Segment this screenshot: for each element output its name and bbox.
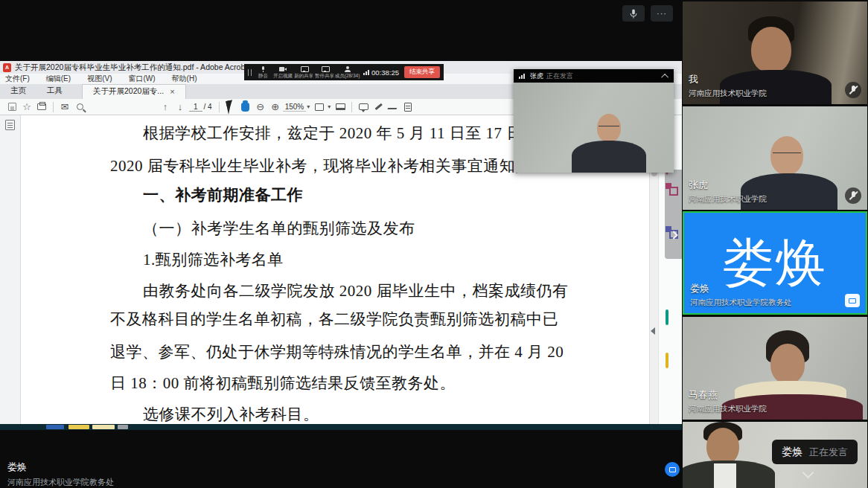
taskbar-app-icon[interactable] — [46, 425, 64, 429]
menu-window[interactable]: 窗口(W) — [128, 74, 155, 84]
page-total-label: / 4 — [204, 103, 212, 111]
collapse-window-icon[interactable] — [661, 73, 668, 80]
print-button[interactable] — [34, 100, 49, 114]
camera-icon — [279, 66, 287, 72]
email-button[interactable]: ✉ — [57, 100, 72, 114]
floating-video-feed — [514, 83, 674, 173]
participant-org: 河南应用技术职业学院 — [689, 194, 767, 205]
speaking-toast: 娄焕 正在发言 — [772, 440, 858, 464]
screen-share-icon — [300, 66, 307, 72]
zoom-in-button[interactable]: ⊕ — [268, 100, 283, 114]
compress-pdf-icon[interactable] — [666, 311, 676, 321]
page-thumbnails-icon[interactable] — [5, 120, 15, 130]
doc-line: 退学、参军、仍处于休学期等特殊情况的学生名单，并在 4 月 20 — [110, 341, 601, 362]
page-number-input[interactable]: 1 — [189, 103, 202, 112]
send-comments-icon[interactable] — [666, 354, 676, 365]
participant-tile[interactable]: 马春燕 河南应用技术职业学院 — [683, 317, 867, 420]
participant-org: 河南应用技术职业学院 — [689, 404, 767, 414]
mic-button[interactable] — [622, 5, 645, 22]
highlight-tool-button[interactable] — [371, 100, 386, 114]
participant-name: 娄焕 — [690, 282, 792, 295]
mic-muted-icon — [845, 187, 861, 204]
sign-tool-button[interactable] — [386, 100, 401, 114]
taskbar-folder-icon[interactable] — [68, 425, 89, 429]
mic-icon — [259, 66, 267, 72]
more-tools-icon[interactable] — [666, 376, 676, 387]
fit-caret-icon[interactable]: ▾ — [328, 103, 331, 110]
reading-mode-button[interactable] — [333, 100, 348, 114]
doc-line: （一）补考学生名单的甄别筛选及发布 — [110, 218, 601, 239]
sharing-screen-icon — [845, 294, 860, 307]
chevron-right-icon — [669, 231, 677, 239]
toolbar-drag-handle[interactable] — [248, 69, 252, 76]
share-toolbar: 静音 开启视频 新的共享 暂停共享 成员(28/34) 00:38:25 — [244, 64, 444, 80]
fill-sign-icon[interactable] — [666, 333, 676, 344]
participant-org: 河南应用技术职业学院 — [689, 89, 767, 99]
page-down-button[interactable]: ↓ — [173, 100, 188, 114]
search-button[interactable] — [72, 100, 87, 114]
floating-speaking-status: 正在发言 — [546, 71, 573, 81]
doc-line: 1.甄别筛选补考名单 — [110, 249, 601, 270]
mute-button[interactable]: 静音 — [255, 66, 272, 78]
presenter-name: 娄焕 — [7, 460, 114, 474]
shared-screen-stage: ··· A 关于开展2020届专科毕业生毕业补考工作的通知.pdf - Adob… — [0, 0, 682, 488]
mic-icon — [630, 9, 637, 19]
speaking-status: 正在发言 — [809, 446, 848, 459]
presenter-org: 河南应用技术职业学院教务处 — [7, 477, 114, 488]
taskbar-app-icon[interactable] — [118, 425, 128, 429]
acrobat-left-panel — [0, 115, 21, 424]
menu-view[interactable]: 视图(V) — [87, 74, 112, 84]
members-button[interactable]: 成员(28/34) — [336, 66, 359, 78]
members-icon — [344, 66, 351, 72]
sidebar-expand-control[interactable] — [665, 170, 682, 259]
doc-line: 不及格科目的学生名单初稿，各二级学院负责甄别筛选初稿中已 — [110, 309, 601, 330]
tab-document[interactable]: 关于开展2020届专... × — [82, 84, 186, 99]
select-tool-button[interactable] — [223, 100, 238, 114]
meeting-app: ··· A 关于开展2020届专科毕业生毕业补考工作的通知.pdf - Adob… — [0, 0, 868, 488]
save-button[interactable] — [4, 100, 19, 114]
menu-edit[interactable]: 编辑(E) — [46, 74, 71, 84]
participant-tile[interactable]: 我 河南应用技术职业学院 — [683, 1, 867, 104]
participant-name: 我 — [689, 73, 767, 86]
floating-video-window[interactable]: 张虎 正在发言 — [514, 69, 674, 173]
doc-line: 选修课不列入补考科目。 — [110, 404, 601, 424]
pause-share-icon — [321, 66, 328, 72]
more-button[interactable]: ··· — [651, 5, 673, 22]
protect-icon[interactable] — [666, 289, 676, 299]
zoom-caret-icon[interactable]: ▾ — [307, 103, 310, 110]
page-up-button[interactable]: ↑ — [158, 100, 173, 114]
hand-tool-button[interactable] — [238, 100, 253, 114]
new-share-button[interactable]: 新的共享 — [294, 66, 313, 78]
participant-tile-active-speaker[interactable]: 娄焕 娄焕 河南应用技术职业学院教务处 — [683, 211, 867, 315]
participants-sidebar: 我 河南应用技术职业学院 张虎 河南应用技术职业学院 娄焕 娄 — [682, 0, 868, 488]
tools-panel-collapse-icon[interactable] — [651, 327, 655, 335]
tab-close-icon[interactable]: × — [170, 87, 174, 96]
tab-tools[interactable]: 工具 — [36, 83, 73, 99]
participant-tile[interactable]: 张虎 河南应用技术职业学院 — [683, 106, 867, 210]
menu-file[interactable]: 文件(F) — [5, 74, 30, 84]
doc-line: 由教务处向各二级学院发放 2020 届毕业生中，档案成绩仍有 — [110, 280, 601, 301]
participant-name: 张虎 — [689, 179, 767, 192]
doc-heading: 一、补考前期准备工作 — [110, 184, 601, 205]
signal-icon — [519, 74, 525, 79]
menu-help[interactable]: 帮助(H) — [172, 74, 197, 84]
pause-share-button[interactable]: 暂停共享 — [315, 66, 334, 78]
sharing-indicator-badge — [665, 462, 680, 477]
fill-sign-button[interactable] — [401, 100, 415, 114]
zoom-level-select[interactable]: 150% — [283, 103, 307, 112]
camera-button[interactable]: 开启视频 — [273, 66, 293, 78]
participant-org: 河南应用技术职业学院教务处 — [690, 298, 792, 308]
meeting-timer: 00:38:25 — [363, 68, 399, 77]
comment-tool-button[interactable] — [356, 100, 371, 114]
fit-width-button[interactable] — [312, 100, 327, 114]
participant-name: 马春燕 — [689, 388, 767, 402]
screen-icon — [669, 467, 676, 472]
end-share-button[interactable]: 结束共享 — [404, 66, 440, 78]
mic-muted-icon — [845, 82, 861, 98]
tab-home[interactable]: 主页 — [0, 83, 36, 99]
zoom-out-button[interactable]: ⊖ — [253, 100, 268, 114]
star-button[interactable]: ☆ — [19, 100, 34, 114]
signal-icon — [363, 70, 369, 75]
taskbar-folder-icon[interactable] — [92, 425, 115, 429]
floating-video-header: 张虎 正在发言 — [514, 69, 674, 83]
